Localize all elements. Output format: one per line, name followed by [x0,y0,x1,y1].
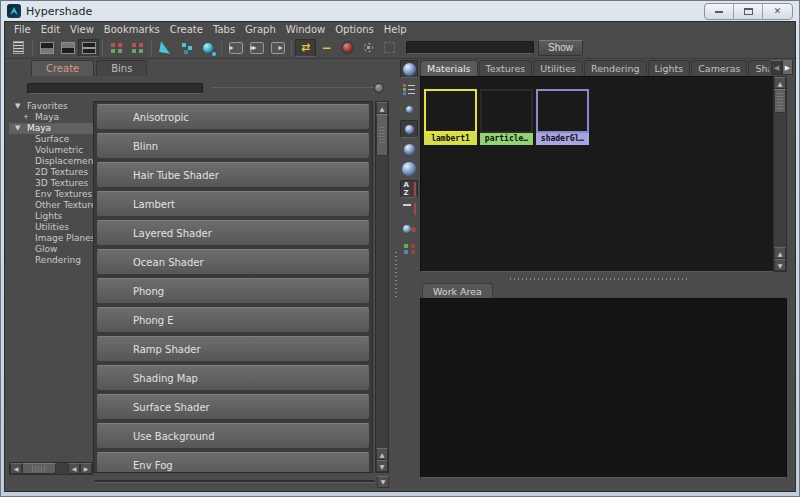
tree-item[interactable]: +Maya [9,112,93,123]
menu-item[interactable]: File [9,24,36,35]
list-dropdown-button[interactable]: ▼ [377,476,389,488]
render-swatches-icon[interactable] [400,60,418,78]
empty-slot-icon[interactable] [379,39,400,57]
browser-tab[interactable]: Cameras [691,60,747,76]
material-item[interactable]: Layered Shader [96,220,370,246]
tree-item[interactable]: 3D Textures [9,178,93,189]
material-item[interactable]: Anisotropic [96,104,370,130]
tree-horizontal-scrollbar[interactable]: ◀ ◀ ▶ [9,462,93,475]
medium-swatches-icon[interactable] [400,120,418,138]
tree-item[interactable]: ▼Maya [9,123,93,134]
break-connections-icon[interactable] [337,39,358,57]
menu-item[interactable]: Edit [36,24,65,35]
menu-item[interactable]: Graph [240,24,281,35]
menu-item[interactable]: Create [165,24,208,35]
material-item[interactable]: Surface Shader [96,394,370,420]
swatch-area-scrollbar[interactable]: ▲ ▲ ▼ [773,76,787,272]
sort-reverse-chronologically-icon[interactable] [400,200,418,218]
swatch-card[interactable]: lambert1 [424,89,477,145]
small-swatches-icon[interactable] [400,100,418,118]
work-area-splitter[interactable] [420,275,779,282]
show-upstream-connections-icon[interactable] [176,39,197,57]
scrollbar-track[interactable] [56,463,68,474]
scrollbar-track[interactable] [774,113,786,247]
create-panel-tab[interactable]: Create [31,60,94,76]
swatch-grid-small-icon[interactable] [106,39,127,57]
work-area-tab[interactable]: Work Area [422,283,493,298]
material-item[interactable]: Ramp Shader [96,336,370,362]
create-filter-input[interactable] [27,83,203,94]
scroll-up-button[interactable]: ▲ [774,247,786,259]
tree-item[interactable]: Glow [9,244,93,255]
swatch-card[interactable]: particle… [480,89,533,145]
minimize-button[interactable] [705,4,734,19]
browser-tab[interactable]: Materials [420,60,478,76]
show-downstream-connections-icon[interactable] [197,39,218,57]
scroll-left-button[interactable]: ◀ [10,463,22,474]
clear-graph-icon[interactable]: − [316,39,337,57]
scrollbar-thumb[interactable] [376,114,388,156]
swatch-size-slider[interactable] [211,82,385,94]
browser-tab[interactable]: Utilities [533,60,583,76]
browser-tab[interactable]: Textures [479,60,533,76]
browser-tab[interactable]: Rendering [584,60,647,76]
material-item[interactable]: Lambert [96,191,370,217]
swatch-card[interactable]: shaderGl… [536,89,589,145]
material-list-scrollbar[interactable]: ▲ ▲ ▼ [375,101,389,473]
close-button[interactable]: ✕ [763,4,792,19]
scroll-down-button[interactable]: ▼ [376,460,388,472]
slider-handle[interactable] [374,83,384,93]
tree-item[interactable]: Displacement [9,156,93,167]
show-button[interactable]: Show [538,40,583,56]
sort-by-type-icon[interactable] [400,220,418,238]
show-input-output-connections-icon[interactable] [246,39,267,57]
work-area[interactable] [420,298,787,478]
large-swatches-icon[interactable] [400,140,418,158]
create-panel-tab[interactable]: Bins [96,60,147,76]
swatch-grid-large-icon[interactable] [127,39,148,57]
tree-item[interactable]: 2D Textures [9,167,93,178]
scroll-up-button[interactable]: ▲ [376,448,388,460]
filter-by-name-input[interactable] [406,41,534,54]
material-item[interactable]: Blinn [96,133,370,159]
browser-tab[interactable]: Lights [648,60,691,76]
tabs-scroll-left-button[interactable]: ◀ [771,60,782,75]
tree-item[interactable]: Other Textures [9,200,93,211]
restore-connections-icon[interactable] [358,39,379,57]
menu-item[interactable]: Tabs [208,24,240,35]
tree-item[interactable]: ▼Favorites [9,101,93,112]
rearrange-graph-icon[interactable]: ⇄ [295,39,316,57]
browser-tab[interactable]: Shading Groups [748,60,769,76]
maximize-button[interactable] [734,4,763,19]
scroll-right-button[interactable]: ▶ [80,463,92,474]
menu-item[interactable]: Bookmarks [99,24,165,35]
show-node-types-icon[interactable] [400,240,418,258]
show-bottom-tabs-only-icon[interactable] [57,39,78,57]
menu-item[interactable]: View [65,24,99,35]
menu-item[interactable]: Window [281,24,330,35]
scroll-down-button[interactable]: ▼ [774,259,786,271]
material-item[interactable]: Shading Map [96,365,370,391]
list-view-icon[interactable] [400,80,418,98]
show-input-connections-icon[interactable] [225,39,246,57]
tree-item[interactable]: Rendering [9,255,93,266]
show-output-connections-icon[interactable] [267,39,288,57]
tabs-scroll-right-button[interactable]: ▶ [782,60,793,75]
toggle-create-bar-icon[interactable] [8,39,29,57]
scroll-up-button[interactable]: ▲ [376,102,388,114]
tree-item[interactable]: Utilities [9,222,93,233]
scrollbar-thumb[interactable] [774,89,786,113]
show-top-and-bottom-tabs-icon[interactable] [78,39,99,57]
title-bar[interactable]: Hypershade ✕ [1,1,799,21]
scroll-left-button[interactable]: ◀ [68,463,80,474]
material-item[interactable]: Use Background [96,423,370,449]
menu-item[interactable]: Options [330,24,379,35]
tree-item[interactable]: Image Planes [9,233,93,244]
menu-item[interactable]: Help [379,24,412,35]
tree-item[interactable]: Lights [9,211,93,222]
tree-item[interactable]: Env Textures [9,189,93,200]
material-item[interactable]: Ocean Shader [96,249,370,275]
scrollbar-track[interactable] [376,156,388,448]
materials-swatch-area[interactable]: lambert1particle…shaderGl… [420,76,779,272]
material-item[interactable]: Env Fog [96,452,370,473]
